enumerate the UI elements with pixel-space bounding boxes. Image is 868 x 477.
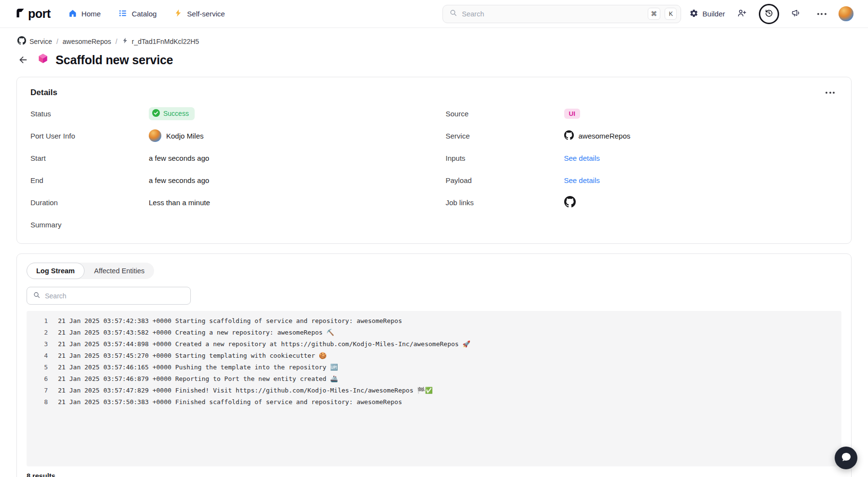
port-logo-text: port — [28, 7, 51, 21]
detail-row-inputs: Inputs See details — [446, 147, 838, 169]
check-circle-icon — [152, 109, 160, 118]
global-search[interactable]: ⌘ K — [442, 5, 681, 23]
log-line-number: 3 — [27, 338, 48, 350]
details-more-button[interactable] — [823, 89, 838, 97]
detail-label: End — [30, 176, 149, 184]
job-link-github-icon[interactable] — [564, 196, 576, 209]
nav-item-label: Catalog — [132, 10, 157, 18]
log-line: 421 Jan 2025 03:57:45:270 +0000 Starting… — [27, 350, 841, 362]
megaphone-icon — [791, 8, 801, 19]
log-line-number: 5 — [27, 362, 48, 373]
details-left-column: Status Success Port User Info — [30, 102, 423, 236]
log-line-text: 21 Jan 2025 03:57:42:383 +0000 Starting … — [48, 315, 402, 327]
detail-label: Duration — [30, 198, 149, 207]
breadcrumb-run[interactable]: r_dTad1FnMdKcl22H5 — [122, 37, 199, 45]
log-line-text: 21 Jan 2025 03:57:50:383 +0000 Finished … — [48, 396, 402, 408]
tab-affected-entities[interactable]: Affected Entities — [85, 263, 155, 279]
detail-row-source: Source UI — [446, 102, 838, 125]
detail-value: a few seconds ago — [149, 154, 209, 162]
search-icon — [449, 9, 457, 19]
history-icon — [764, 8, 774, 19]
log-line-text: 21 Jan 2025 03:57:46:165 +0000 Pushing t… — [48, 362, 338, 373]
source-badge: UI — [564, 109, 581, 119]
payload-see-details-link[interactable]: See details — [564, 176, 600, 184]
run-lightning-icon — [122, 37, 128, 45]
search-icon — [33, 291, 41, 301]
nav-item-label: Self-service — [187, 10, 225, 18]
announcements-button[interactable] — [787, 5, 805, 23]
log-tabs: Log Stream Affected Entities — [27, 263, 154, 279]
log-search[interactable] — [27, 287, 191, 305]
port-logo[interactable]: port — [14, 7, 51, 21]
k-key: K — [665, 8, 677, 20]
log-line-number: 8 — [27, 396, 48, 408]
breadcrumb-entity[interactable]: awesomeRepos — [63, 38, 111, 45]
log-line-text: 21 Jan 2025 03:57:47:829 +0000 Finished!… — [48, 385, 433, 396]
builder-button[interactable]: Builder — [689, 9, 725, 19]
tab-log-stream[interactable]: Log Stream — [27, 263, 85, 279]
lightning-icon — [174, 9, 183, 19]
github-icon — [17, 36, 26, 46]
breadcrumb-service[interactable]: Service — [17, 36, 52, 46]
person-plus-icon — [737, 8, 747, 19]
detail-label: Summary — [30, 221, 149, 229]
detail-row-payload: Payload See details — [446, 169, 838, 191]
log-line: 121 Jan 2025 03:57:42:383 +0000 Starting… — [27, 315, 841, 327]
details-right-column: Source UI Service awesomeRepos Inpu — [446, 102, 838, 236]
log-search-input[interactable] — [45, 292, 185, 300]
log-line-text: 21 Jan 2025 03:57:46:879 +0000 Reporting… — [48, 373, 338, 385]
github-icon — [564, 130, 574, 141]
builder-label: Builder — [702, 10, 725, 18]
nav-item-home[interactable]: Home — [68, 9, 101, 19]
invite-user-button[interactable] — [733, 5, 751, 23]
nav-item-self-service[interactable]: Self-service — [174, 9, 225, 19]
detail-row-user: Port User Info Kodjo Miles — [30, 125, 423, 147]
detail-row-job-links: Job links — [446, 191, 838, 213]
detail-label: Payload — [446, 176, 564, 184]
search-input[interactable] — [462, 10, 643, 18]
action-cube-icon — [37, 53, 49, 67]
breadcrumb-service-label: Service — [29, 38, 52, 45]
results-count: 8 results — [27, 472, 841, 477]
log-line-text: 21 Jan 2025 03:57:45:270 +0000 Starting … — [48, 350, 327, 362]
detail-label: Port User Info — [30, 132, 149, 140]
app-window: port Home Catalog Self-service — [0, 0, 868, 477]
user-info-name: Kodjo Miles — [166, 132, 204, 140]
log-line-text: 21 Jan 2025 03:57:44:898 +0000 Created a… — [48, 338, 470, 350]
status-badge: Success — [149, 107, 195, 120]
page-header: Scaffold new service — [0, 46, 868, 67]
breadcrumb-separator: / — [57, 38, 58, 45]
inputs-see-details-link[interactable]: See details — [564, 154, 600, 162]
back-button[interactable] — [16, 53, 30, 67]
log-line-number: 1 — [27, 315, 48, 327]
log-line-text: 21 Jan 2025 03:57:43:582 +0000 Creating … — [48, 327, 334, 338]
detail-label: Service — [446, 132, 564, 140]
log-line: 521 Jan 2025 03:57:46:165 +0000 Pushing … — [27, 362, 841, 373]
more-options-button[interactable] — [813, 5, 830, 23]
detail-label: Job links — [446, 198, 564, 207]
detail-label: Source — [446, 110, 564, 118]
page-title: Scaffold new service — [56, 53, 173, 67]
detail-row-status: Status Success — [30, 102, 423, 125]
log-card: Log Stream Affected Entities 121 Jan 202… — [16, 253, 852, 477]
log-line: 221 Jan 2025 03:57:43:582 +0000 Creating… — [27, 327, 841, 338]
user-avatar[interactable] — [839, 6, 854, 21]
status-badge-label: Success — [163, 110, 189, 117]
catalog-icon — [118, 9, 128, 19]
nav-item-catalog[interactable]: Catalog — [118, 9, 157, 19]
detail-label: Inputs — [446, 154, 564, 162]
service-name: awesomeRepos — [579, 132, 631, 140]
chat-widget-button[interactable] — [835, 447, 857, 469]
detail-row-service: Service awesomeRepos — [446, 125, 838, 147]
breadcrumb-run-label: r_dTad1FnMdKcl22H5 — [132, 38, 199, 45]
detail-value: a few seconds ago — [149, 176, 209, 184]
log-line-number: 7 — [27, 385, 48, 396]
log-line-number: 2 — [27, 327, 48, 338]
breadcrumb-entity-label: awesomeRepos — [63, 38, 111, 45]
log-stream-output[interactable]: 121 Jan 2025 03:57:42:383 +0000 Starting… — [27, 311, 841, 466]
detail-row-start: Start a few seconds ago — [30, 147, 423, 169]
runs-history-button[interactable] — [759, 4, 779, 24]
detail-label: Start — [30, 154, 149, 162]
log-line: 621 Jan 2025 03:57:46:879 +0000 Reportin… — [27, 373, 841, 385]
breadcrumb-separator: / — [115, 38, 117, 45]
